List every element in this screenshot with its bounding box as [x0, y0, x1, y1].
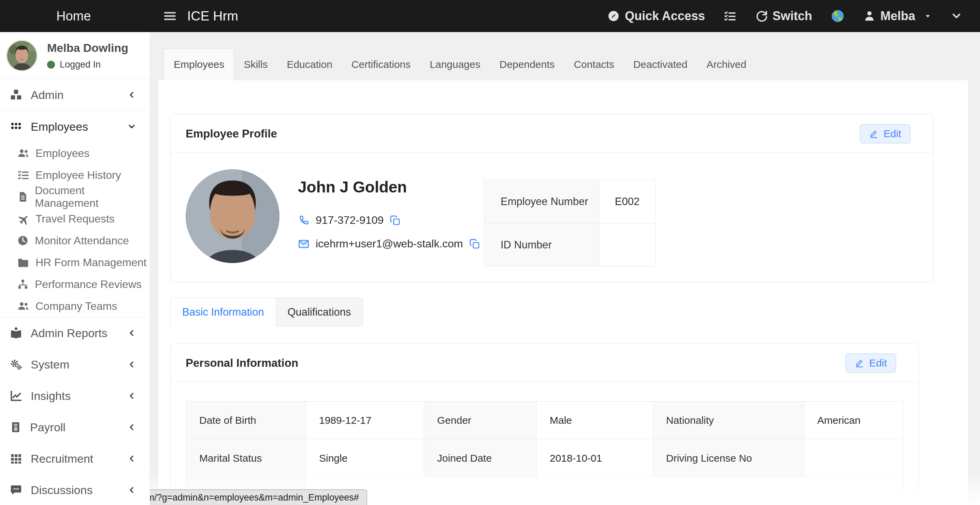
phone-icon	[298, 215, 310, 226]
sidebar-profile: Melba Dowling Logged In	[0, 32, 150, 79]
field-value: Single	[306, 440, 424, 477]
field-label: Gender	[424, 401, 537, 439]
chevron-left-icon	[127, 423, 136, 432]
tab-skills[interactable]: Skills	[234, 48, 277, 80]
folder-icon	[17, 256, 29, 269]
topbar: Home ICE Hrm Quick Access Switch Melba	[0, 0, 980, 32]
field-label: ID Number	[484, 223, 599, 266]
tab-contacts[interactable]: Contacts	[565, 48, 624, 80]
module-tabs: Employees Skills Education Certification…	[164, 48, 980, 80]
field-value: American	[804, 401, 903, 439]
edit-personal-info-button[interactable]: Edit	[846, 354, 896, 373]
sidebar-item-system[interactable]: System	[0, 349, 150, 380]
sidebar-item-insights[interactable]: Insights	[0, 380, 150, 411]
tab-archived[interactable]: Archived	[697, 48, 756, 80]
quick-access-label: Quick Access	[625, 9, 705, 23]
tab-dependents[interactable]: Dependents	[490, 48, 565, 80]
users-icon	[17, 300, 29, 312]
grid-dots-icon	[10, 120, 22, 133]
table-row: Marital Status Single Joined Date 2018-1…	[186, 439, 903, 477]
switch-label: Switch	[773, 9, 812, 23]
avatar[interactable]	[6, 40, 38, 71]
chart-line-icon	[10, 389, 22, 402]
personal-information-card: Personal Information Edit Date of Birth …	[170, 344, 919, 505]
field-label: Nationality	[653, 401, 804, 439]
chevron-left-icon	[127, 454, 136, 463]
chevron-left-icon	[127, 328, 136, 338]
employee-profile-card: Employee Profile Edit John J Golden 917-…	[170, 114, 933, 282]
org-chart-icon	[17, 279, 29, 290]
tab-employees[interactable]: Employees	[164, 48, 234, 80]
sidebar-item-employees[interactable]: Employees	[0, 142, 150, 164]
subtab-qualifications[interactable]: Qualifications	[276, 298, 363, 327]
copy-icon	[390, 215, 401, 226]
card-title: Personal Information	[186, 357, 298, 370]
empty-cell	[653, 477, 804, 505]
clock-icon	[17, 235, 29, 246]
subtab-basic-information[interactable]: Basic Information	[170, 298, 276, 327]
copy-icon	[469, 239, 480, 249]
grid-squares-icon	[10, 452, 22, 465]
copy-phone-button[interactable]	[390, 215, 401, 226]
home-link[interactable]: Home	[56, 9, 91, 24]
gears-icon	[10, 358, 22, 371]
copy-email-button[interactable]	[469, 239, 480, 249]
task-list-icon	[724, 10, 737, 22]
chevron-left-icon	[127, 391, 136, 400]
globe-language-icon	[830, 9, 845, 23]
card-title: Employee Profile	[186, 127, 277, 140]
profile-name: Melba Dowling	[47, 41, 128, 54]
sidebar-item-employee-history[interactable]: Employee History	[0, 164, 150, 186]
sidebar-item-document-management[interactable]: Document Management	[0, 186, 150, 208]
sidebar-item-performance-reviews[interactable]: Performance Reviews	[0, 273, 150, 295]
pencil-icon	[869, 129, 879, 139]
list-check-icon	[17, 169, 29, 181]
tab-deactivated[interactable]: Deactivated	[624, 48, 697, 80]
empty-cell	[804, 477, 903, 505]
sidebar-item-hr-form-management[interactable]: HR Form Management	[0, 252, 150, 273]
sidebar-item-payroll[interactable]: Payroll	[0, 411, 150, 443]
caret-down-icon	[923, 11, 932, 21]
hamburger-icon[interactable]	[163, 9, 177, 23]
quick-access-button[interactable]: Quick Access	[607, 9, 705, 23]
chevron-left-icon	[127, 486, 136, 494]
table-row: Employee Number E002	[484, 180, 655, 223]
user-icon	[863, 10, 876, 22]
tab-certifications[interactable]: Certifications	[342, 48, 420, 80]
employee-email: icehrm+user1@web-stalk.com	[316, 237, 463, 250]
employee-name: John J Golden	[298, 178, 484, 196]
chat-icon	[10, 484, 22, 497]
switch-button[interactable]: Switch	[755, 9, 812, 23]
document-icon	[17, 191, 29, 203]
sidebar-item-monitor-attendance[interactable]: Monitor Attendance	[0, 229, 150, 252]
sidebar-item-company-teams[interactable]: Company Teams	[0, 295, 150, 317]
table-row: Date of Birth 1989-12-17 Gender Male Nat…	[186, 401, 903, 439]
app-brand[interactable]: ICE Hrm	[187, 8, 238, 24]
edit-profile-button[interactable]: Edit	[860, 124, 910, 143]
pencil-icon	[855, 358, 864, 368]
sidebar-item-discussions[interactable]: Discussions	[0, 474, 150, 505]
sidebar-item-employees-group[interactable]: Employees	[0, 111, 150, 142]
topbar-collapse-chevron[interactable]	[951, 10, 962, 22]
field-label: Employee Number	[484, 180, 599, 223]
sidebar-item-travel-requests[interactable]: Travel Requests	[0, 208, 150, 229]
employee-photo	[186, 169, 280, 263]
phone-row: 917-372-9109	[298, 214, 484, 226]
field-value: Male	[537, 401, 653, 439]
employee-phone: 917-372-9109	[316, 214, 383, 226]
language-globe-button[interactable]	[830, 9, 845, 23]
sidebar-item-recruitment[interactable]: Recruitment	[0, 443, 150, 474]
task-list-button[interactable]	[724, 10, 737, 22]
user-menu[interactable]: Melba	[863, 9, 932, 23]
field-label: Joined Date	[424, 440, 537, 477]
sidebar-submenu: Employees Employee History Document Mana…	[0, 142, 150, 317]
field-value: 1989-12-17	[306, 401, 424, 439]
content-panel: Employee Profile Edit John J Golden 917-…	[158, 80, 969, 505]
tab-languages[interactable]: Languages	[420, 48, 490, 80]
sidebar-item-admin[interactable]: Admin	[0, 79, 150, 111]
main-content: Employees Skills Education Certification…	[150, 32, 980, 505]
empty-cell	[537, 477, 653, 505]
sidebar-item-admin-reports[interactable]: Admin Reports	[0, 317, 150, 349]
chevron-left-icon	[127, 91, 136, 99]
tab-education[interactable]: Education	[277, 48, 342, 80]
